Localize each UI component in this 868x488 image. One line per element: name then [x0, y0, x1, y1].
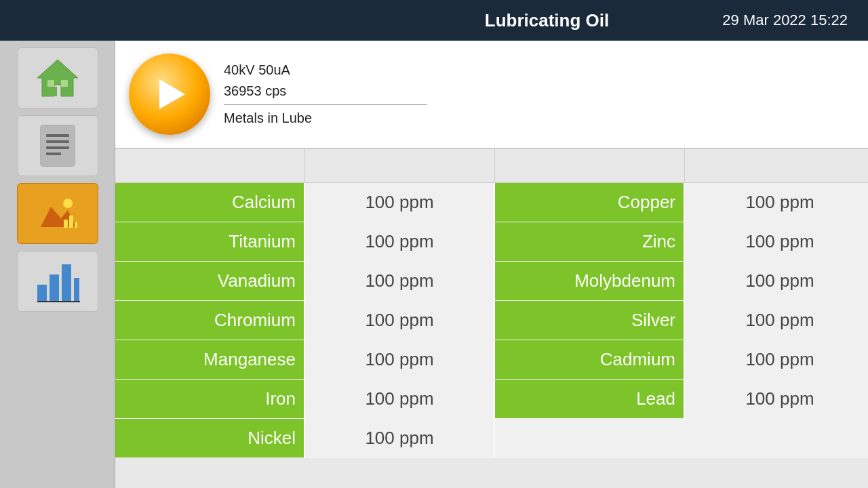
- svg-rect-3: [61, 80, 68, 87]
- element-value-right-2: 100 ppm: [685, 262, 868, 300]
- header-datetime: 29 Mar 2022 15:22: [722, 12, 848, 29]
- element-value-right-3: 100 ppm: [685, 301, 868, 340]
- svg-rect-17: [50, 274, 59, 302]
- element-name-right-1: Zinc: [495, 222, 685, 261]
- sidebar-item-bar-chart[interactable]: [17, 251, 98, 312]
- table-row: Nickel 100 ppm: [115, 419, 868, 458]
- element-name-right-3: Silver: [495, 301, 685, 340]
- element-name-left-5: Iron: [115, 380, 305, 418]
- svg-rect-8: [46, 146, 69, 149]
- cps-label: 36953 cps: [224, 83, 427, 105]
- element-value-right-1: 100 ppm: [685, 222, 868, 261]
- bar-chart-icon: [34, 258, 81, 305]
- element-value-left-1: 100 ppm: [305, 222, 495, 261]
- svg-point-12: [63, 199, 73, 208]
- info-bar: 40kV 50uA 36953 cps Metals in Lube: [115, 41, 868, 149]
- element-name-right-2: Molybdenum: [495, 262, 685, 300]
- results-table: Calcium 100 ppm Copper 100 ppm Titanium …: [115, 149, 868, 488]
- element-name-left-6: Nickel: [115, 419, 305, 458]
- info-text-block: 40kV 50uA 36953 cps Metals in Lube: [224, 62, 427, 126]
- col-header-1: [115, 149, 305, 182]
- play-triangle-icon: [159, 79, 185, 109]
- element-value-left-6: 100 ppm: [305, 419, 495, 458]
- page-title: Lubricating Oil: [372, 10, 723, 31]
- svg-rect-13: [64, 220, 68, 228]
- sidebar-item-chart[interactable]: [17, 183, 98, 244]
- method-label: Metals in Lube: [224, 110, 427, 126]
- cell-empty-left-6: [495, 419, 685, 458]
- table-row: Manganese 100 ppm Cadmium 100 ppm: [115, 340, 868, 380]
- table-row: Chromium 100 ppm Silver 100 ppm: [115, 301, 868, 340]
- table-row: Iron 100 ppm Lead 100 ppm: [115, 380, 868, 419]
- svg-rect-7: [46, 140, 69, 143]
- element-name-right-4: Cadmium: [495, 340, 685, 379]
- content-area: 40kV 50uA 36953 cps Metals in Lube Calci…: [115, 41, 868, 488]
- element-name-left-1: Titanium: [115, 222, 305, 261]
- element-name-right-5: Lead: [495, 380, 685, 418]
- element-name-left-4: Manganese: [115, 340, 305, 379]
- element-name-left-2: Vanadium: [115, 262, 305, 300]
- play-button[interactable]: [129, 54, 210, 135]
- element-value-left-4: 100 ppm: [305, 340, 495, 379]
- svg-rect-6: [46, 134, 69, 137]
- element-value-left-0: 100 ppm: [305, 183, 495, 222]
- table-header-row: [115, 149, 868, 183]
- voltage-current-label: 40kV 50uA: [224, 62, 427, 78]
- sidebar: [0, 41, 115, 488]
- element-value-right-4: 100 ppm: [685, 340, 868, 379]
- main-layout: 40kV 50uA 36953 cps Metals in Lube Calci…: [0, 41, 868, 488]
- svg-rect-14: [69, 216, 73, 228]
- svg-rect-1: [49, 87, 57, 96]
- col-header-3: [495, 149, 685, 182]
- table-body: Calcium 100 ppm Copper 100 ppm Titanium …: [115, 183, 868, 458]
- table-row: Vanadium 100 ppm Molybdenum 100 ppm: [115, 262, 868, 301]
- element-value-right-0: 100 ppm: [685, 183, 868, 222]
- col-header-2: [305, 149, 495, 182]
- element-value-left-2: 100 ppm: [305, 262, 495, 300]
- svg-rect-2: [47, 80, 54, 87]
- table-row: Calcium 100 ppm Copper 100 ppm: [115, 183, 868, 222]
- sidebar-item-home[interactable]: [17, 47, 98, 108]
- sidebar-item-report[interactable]: [17, 115, 98, 176]
- svg-rect-5: [41, 125, 75, 166]
- element-name-right-0: Copper: [495, 183, 685, 222]
- col-header-4: [685, 149, 868, 182]
- report-icon: [34, 122, 81, 169]
- home-icon: [34, 54, 81, 102]
- cell-empty-right-6: [685, 419, 868, 458]
- svg-rect-18: [62, 264, 71, 302]
- photo-chart-icon: [34, 190, 81, 237]
- element-value-left-3: 100 ppm: [305, 301, 495, 340]
- svg-rect-9: [46, 152, 61, 155]
- header: Lubricating Oil 29 Mar 2022 15:22: [0, 0, 868, 41]
- svg-marker-0: [37, 60, 78, 96]
- table-row: Titanium 100 ppm Zinc 100 ppm: [115, 222, 868, 262]
- element-name-left-0: Calcium: [115, 183, 305, 222]
- svg-rect-19: [74, 278, 79, 302]
- svg-rect-16: [37, 285, 47, 302]
- svg-rect-15: [75, 222, 77, 228]
- element-value-right-5: 100 ppm: [685, 380, 868, 418]
- element-name-left-3: Chromium: [115, 301, 305, 340]
- element-value-left-5: 100 ppm: [305, 380, 495, 418]
- play-circle[interactable]: [129, 54, 210, 135]
